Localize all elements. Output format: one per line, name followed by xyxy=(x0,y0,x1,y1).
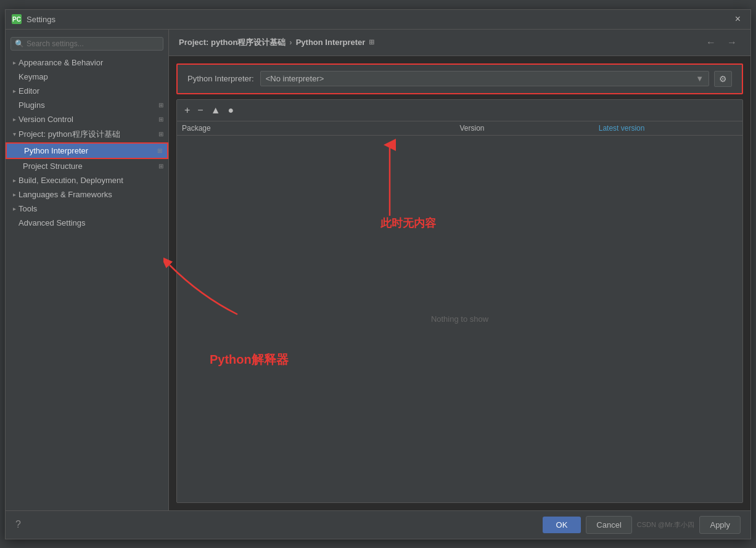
add-package-button[interactable]: + xyxy=(182,104,192,117)
sidebar-item-appearance[interactable]: ▸ Appearance & Behavior xyxy=(6,55,168,70)
breadcrumb-separator: › xyxy=(289,38,292,47)
up-arrow-svg xyxy=(374,136,405,216)
sidebar-label-appearance: Appearance & Behavior xyxy=(18,58,103,67)
interpreter-label: Python Interpreter: xyxy=(187,74,254,83)
sidebar-label-keymap: Keymap xyxy=(18,72,48,81)
chevron-lang-icon: ▸ xyxy=(13,191,16,198)
apply-button[interactable]: Apply xyxy=(699,516,741,534)
sidebar-item-project-structure[interactable]: Project Structure ⊞ xyxy=(6,159,168,173)
window-title: Settings xyxy=(27,15,731,24)
search-icon: 🔍 xyxy=(15,39,24,48)
packages-toolbar: + − ▲ ● xyxy=(177,100,742,121)
breadcrumb-icon: ⊞ xyxy=(369,38,374,46)
col-header-package: Package xyxy=(182,124,460,133)
chevron-build-icon: ▸ xyxy=(13,177,16,184)
annotation-no-content: 此时无内容 xyxy=(380,216,436,231)
chevron-tools-icon: ▸ xyxy=(13,205,16,212)
remove-package-button[interactable]: − xyxy=(195,104,205,117)
breadcrumb: Project: python程序设计基础 › Python Interpret… xyxy=(179,37,374,48)
chevron-vc-icon: ▸ xyxy=(13,116,16,123)
project-badge: ⊞ xyxy=(158,131,163,137)
proj-struct-badge: ⊞ xyxy=(158,163,163,170)
show-package-button[interactable]: ● xyxy=(226,104,237,117)
title-bar: PC Settings × xyxy=(6,10,750,30)
sidebar-item-editor[interactable]: ▸ Editor xyxy=(6,84,168,98)
breadcrumb-part1: Project: python程序设计基础 xyxy=(179,37,286,48)
sidebar-label-build: Build, Execution, Deployment xyxy=(18,176,123,185)
sidebar-label-python-interpreter: Python Interpreter xyxy=(24,146,88,155)
search-box[interactable]: 🔍 xyxy=(10,37,163,51)
gear-icon: ⚙ xyxy=(719,74,727,84)
sidebar-item-project[interactable]: ▾ Project: python程序设计基础 ⊞ xyxy=(6,126,168,142)
breadcrumb-part2: Python Interpreter xyxy=(296,38,366,47)
plugins-badge: ⊞ xyxy=(158,102,163,108)
py-interp-badge: ⊞ xyxy=(157,147,162,154)
sidebar-label-advanced: Advanced Settings xyxy=(18,218,85,227)
sidebar-label-version-control: Version Control xyxy=(18,115,73,124)
sidebar-item-keymap[interactable]: ▸ Keymap xyxy=(6,70,168,84)
interpreter-section: Python Interpreter: <No interpreter> ▼ ⚙ xyxy=(176,63,743,94)
sidebar-label-languages: Languages & Frameworks xyxy=(18,190,112,199)
bottom-bar: ? OK Cancel CSDN @Mr.李小四 Apply xyxy=(6,510,750,539)
dropdown-arrow-icon: ▼ xyxy=(696,74,704,83)
sidebar-label-project-structure: Project Structure xyxy=(23,162,83,171)
sidebar-item-build[interactable]: ▸ Build, Execution, Deployment xyxy=(6,173,168,187)
sidebar-item-advanced[interactable]: ▸ Advanced Settings xyxy=(6,216,168,230)
chevron-down-icon: ▸ xyxy=(13,59,16,66)
sidebar-item-tools[interactable]: ▸ Tools xyxy=(6,202,168,216)
nav-buttons: ← → xyxy=(702,36,741,49)
main-panel: Project: python程序设计基础 › Python Interpret… xyxy=(169,30,750,510)
chevron-project-icon: ▾ xyxy=(13,131,16,137)
sidebar-item-python-interpreter[interactable]: Python Interpreter ⊞ xyxy=(6,142,168,159)
packages-section: + − ▲ ● Package Version Latest version N… xyxy=(176,99,743,503)
interpreter-dropdown[interactable]: <No interpreter> ▼ xyxy=(260,71,709,86)
search-input[interactable] xyxy=(27,39,159,48)
sidebar-item-plugins[interactable]: ▸ Plugins ⊞ xyxy=(6,98,168,112)
col-header-version: Version xyxy=(460,124,599,133)
vc-badge: ⊞ xyxy=(158,116,163,123)
ok-button[interactable]: OK xyxy=(543,517,581,533)
app-icon: PC xyxy=(12,14,22,24)
packages-body: Nothing to show 此时无内容 xyxy=(177,136,742,502)
sidebar-item-languages[interactable]: ▸ Languages & Frameworks xyxy=(6,187,168,202)
sidebar-label-plugins: Plugins xyxy=(18,100,45,110)
main-header: Project: python程序设计基础 › Python Interpret… xyxy=(169,30,750,56)
sidebar: 🔍 ▸ Appearance & Behavior ▸ Keymap ▸ Edi… xyxy=(6,30,169,510)
help-button[interactable]: ? xyxy=(15,519,21,530)
dialog-buttons: OK Cancel CSDN @Mr.李小四 Apply xyxy=(543,516,741,534)
close-button[interactable]: × xyxy=(731,12,744,26)
sidebar-label-editor: Editor xyxy=(18,86,39,96)
sidebar-label-tools: Tools xyxy=(18,204,37,213)
empty-state-text: Nothing to show xyxy=(431,314,488,324)
interpreter-settings-button[interactable]: ⚙ xyxy=(714,71,732,87)
interpreter-value: <No interpreter> xyxy=(266,74,324,83)
watermark-text: CSDN @Mr.李小四 xyxy=(637,520,695,530)
sidebar-label-project: Project: python程序设计基础 xyxy=(18,129,120,140)
nav-forward-button[interactable]: → xyxy=(723,36,741,49)
sidebar-item-version-control[interactable]: ▸ Version Control ⊞ xyxy=(6,112,168,126)
packages-table-header: Package Version Latest version xyxy=(177,121,742,136)
nav-back-button[interactable]: ← xyxy=(702,36,720,49)
content-area: 🔍 ▸ Appearance & Behavior ▸ Keymap ▸ Edi… xyxy=(6,30,750,510)
cancel-button[interactable]: Cancel xyxy=(586,516,631,534)
up-package-button[interactable]: ▲ xyxy=(208,104,223,117)
col-header-latest: Latest version xyxy=(599,124,738,133)
chevron-right-icon: ▸ xyxy=(13,88,16,94)
settings-window: PC Settings × 🔍 ▸ Appearance & Behavior … xyxy=(5,9,751,539)
